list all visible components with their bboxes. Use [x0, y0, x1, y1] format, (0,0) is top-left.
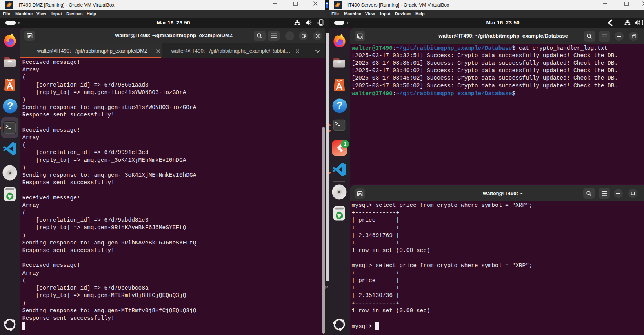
svg-text:?: ? — [337, 100, 343, 111]
svg-text:?: ? — [7, 100, 13, 112]
